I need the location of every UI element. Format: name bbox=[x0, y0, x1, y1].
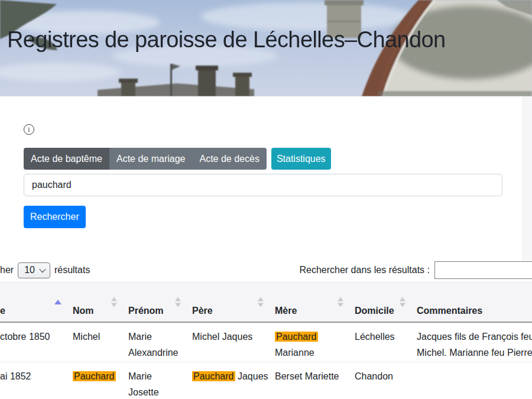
page: Registres de paroisse de Léchelles–Chand… bbox=[0, 0, 532, 399]
table-cell: ctobre 1850 bbox=[0, 323, 67, 362]
results-filter: Rechercher dans les résultats : bbox=[299, 261, 532, 279]
table-cell: Pauchard bbox=[67, 362, 122, 399]
search-highlight: Pauchard bbox=[192, 371, 235, 381]
column-header-domicile[interactable]: Domicile bbox=[349, 282, 411, 323]
page-length-value: 10 bbox=[24, 265, 35, 275]
page-length-select[interactable]: 10 bbox=[18, 262, 50, 278]
table-cell: Berset Mariette bbox=[269, 362, 349, 399]
column-header-père[interactable]: Père bbox=[186, 282, 269, 323]
table-cell: ai 1852 bbox=[0, 362, 67, 399]
table-cell: Michel Jaques bbox=[186, 323, 269, 362]
column-header-nom[interactable]: Nom bbox=[67, 282, 122, 323]
column-header-label: Nom bbox=[73, 306, 94, 316]
results-filter-label: Rechercher dans les résultats : bbox=[299, 265, 430, 275]
results-table: eNomPrénomPèreMèreDomicileCommentairesct… bbox=[0, 282, 532, 399]
table-cell: Léchelles bbox=[349, 323, 411, 362]
table-cell bbox=[411, 362, 532, 399]
statistics-button[interactable]: Statistiques bbox=[271, 148, 331, 170]
search-highlight: Pauchard bbox=[73, 371, 116, 381]
column-header-e[interactable]: e bbox=[0, 282, 67, 323]
sort-icon bbox=[175, 297, 181, 307]
table-cell: Jacques fils de François feu LMichel. Ma… bbox=[411, 323, 532, 362]
sort-icon bbox=[338, 297, 343, 307]
record-type-tabs: Acte de baptêmeActe de mariageActe de de… bbox=[24, 148, 331, 170]
header-banner: Registres de paroisse de Léchelles–Chand… bbox=[0, 0, 532, 96]
column-header-prénom[interactable]: Prénom bbox=[122, 282, 186, 323]
sort-icon bbox=[400, 297, 406, 307]
page-edge-strip bbox=[523, 96, 532, 261]
chevron-down-icon bbox=[39, 266, 46, 273]
column-header-label: Prénom bbox=[128, 306, 164, 316]
results-controls: her 10 résultats Rechercher dans les rés… bbox=[0, 258, 532, 282]
column-header-label: Mère bbox=[275, 306, 297, 316]
page-length-control: her 10 résultats bbox=[0, 262, 90, 278]
table-cell: MarieJosette bbox=[122, 362, 186, 399]
info-icon[interactable]: i bbox=[24, 124, 34, 135]
search-input[interactable] bbox=[24, 174, 502, 196]
column-header-label: Domicile bbox=[355, 306, 394, 316]
page-length-label-fragment: her bbox=[0, 265, 14, 275]
page-title: Registres de paroisse de Léchelles–Chand… bbox=[7, 27, 446, 53]
table-cell: Chandon bbox=[349, 362, 411, 399]
tab-1-acte-de-mariage[interactable]: Acte de mariage bbox=[109, 148, 193, 170]
sort-icon bbox=[111, 297, 117, 307]
tab-0-acte-de-baptême[interactable]: Acte de baptême bbox=[24, 148, 109, 170]
page-length-suffix: résultats bbox=[54, 265, 90, 275]
tab-group: Acte de baptêmeActe de mariageActe de de… bbox=[24, 148, 267, 170]
search-highlight: Pauchard bbox=[275, 332, 318, 342]
table-cell: PauchardMarianne bbox=[269, 323, 349, 362]
table-cell: Michel bbox=[67, 323, 122, 362]
sort-ascending-icon bbox=[54, 300, 61, 304]
column-header-label: Commentaires bbox=[417, 306, 482, 316]
tab-2-acte-de-decès[interactable]: Acte de decès bbox=[192, 148, 266, 170]
table-cell: MarieAlexandrine bbox=[122, 323, 186, 362]
column-header-mère[interactable]: Mère bbox=[269, 282, 349, 323]
column-header-commentaires[interactable]: Commentaires bbox=[411, 282, 532, 323]
column-header-label: Père bbox=[192, 306, 213, 316]
search-button[interactable]: Rechercher bbox=[24, 206, 86, 228]
results-filter-input[interactable] bbox=[434, 261, 532, 279]
table-cell: Pauchard Jaques bbox=[186, 362, 269, 399]
column-header-label: e bbox=[0, 306, 5, 316]
sort-icon bbox=[258, 297, 264, 307]
results-section: eNomPrénomPèreMèreDomicileCommentairesct… bbox=[0, 282, 532, 399]
